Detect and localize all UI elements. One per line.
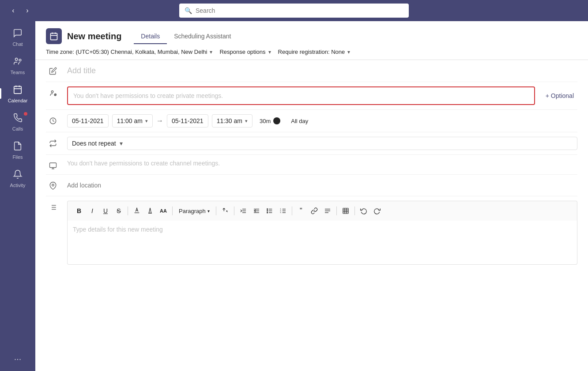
calls-badge <box>24 112 27 116</box>
bold-button[interactable]: B <box>73 205 85 217</box>
registration-selector[interactable]: Require registration: None ▾ <box>278 49 351 55</box>
duration-value: 30m <box>260 118 271 124</box>
location-input[interactable] <box>67 179 577 191</box>
channel-row: You don't have permissions to create cha… <box>46 155 577 175</box>
optional-button[interactable]: + Optional <box>542 90 577 101</box>
timezone-selector[interactable]: Time zone: (UTC+05:30) Chennai, Kolkata,… <box>46 49 212 55</box>
timezone-chevron: ▾ <box>210 49 212 55</box>
all-day-button[interactable]: All day <box>287 116 312 126</box>
channel-icon <box>46 159 60 170</box>
toolbar-sep-3 <box>216 206 216 215</box>
link-button[interactable] <box>308 205 320 217</box>
svg-rect-2 <box>14 86 22 94</box>
redo-button[interactable] <box>371 205 383 217</box>
end-time-chevron: ▾ <box>245 118 248 124</box>
end-time-value: 11:30 am <box>217 117 242 124</box>
search-input[interactable] <box>196 7 403 14</box>
tab-details[interactable]: Details <box>134 29 167 44</box>
start-date-value: 05-11-2021 <box>72 117 104 124</box>
channel-placeholder: You don't have permissions to create cha… <box>67 155 220 171</box>
datetime-content: 05-11-2021 11:00 am ▾ → 05-11-2021 11:30… <box>67 114 577 127</box>
svg-point-36 <box>267 210 268 211</box>
tab-scheduling[interactable]: Scheduling Assistant <box>167 29 238 44</box>
more-button[interactable]: ... <box>9 347 27 367</box>
sidebar-item-calls[interactable]: Calls <box>0 109 35 135</box>
sidebar-item-chat[interactable]: Chat <box>0 24 35 50</box>
repeat-content: Does not repeat ▾ <box>67 137 577 150</box>
details-row: B I U S AA <box>46 196 577 269</box>
sidebar-item-activity-label: Activity <box>10 183 26 188</box>
toolbar-sep-6 <box>336 206 337 215</box>
sidebar-item-activity[interactable]: Activity <box>0 165 35 191</box>
location-icon <box>46 179 60 190</box>
repeat-chevron: ▾ <box>120 140 123 147</box>
font-color-button[interactable] <box>131 205 143 217</box>
attendees-input[interactable]: You don't have permissions to create pri… <box>67 86 535 105</box>
sidebar-item-calendar[interactable]: Calendar <box>0 80 35 107</box>
svg-rect-6 <box>51 33 57 40</box>
teams-icon <box>13 56 23 68</box>
channel-content: You don't have permissions to create cha… <box>67 159 577 167</box>
paragraph-select[interactable]: Paragraph ▾ <box>175 207 213 215</box>
details-editor: B I U S AA <box>67 201 577 265</box>
title-input-wrapper <box>67 64 577 77</box>
table-button[interactable] <box>339 205 352 217</box>
datetime-row: 05-11-2021 11:00 am ▾ → 05-11-2021 11:30… <box>46 110 577 132</box>
numbering-button[interactable]: 1.2.3. <box>277 205 289 217</box>
activity-icon <box>13 169 23 181</box>
svg-point-35 <box>267 209 268 210</box>
dot-icon <box>273 117 280 124</box>
chat-icon <box>13 28 23 40</box>
forward-button[interactable]: › <box>21 4 34 17</box>
sidebar-item-calls-label: Calls <box>12 126 23 131</box>
end-date-picker[interactable]: 05-11-2021 <box>167 114 208 127</box>
search-icon: 🔍 <box>185 7 192 14</box>
end-date-value: 05-11-2021 <box>172 117 204 124</box>
undo-button[interactable] <box>358 205 370 217</box>
toolbar-row: Time zone: (UTC+05:30) Chennai, Kolkata,… <box>35 44 588 60</box>
start-time-picker[interactable]: 11:00 am ▾ <box>112 114 153 127</box>
registration-chevron: ▾ <box>347 49 350 55</box>
search-bar[interactable]: 🔍 <box>179 4 409 18</box>
attendees-row: You don't have permissions to create pri… <box>46 82 577 110</box>
repeat-icon <box>46 137 60 147</box>
underline-button[interactable]: U <box>99 205 112 217</box>
back-button[interactable]: ‹ <box>7 4 19 17</box>
indent-button[interactable] <box>250 205 263 217</box>
editor-toolbar: B I U S AA <box>67 201 577 221</box>
meeting-header: New meeting Details Scheduling Assistant <box>35 21 588 44</box>
sidebar-item-teams[interactable]: Teams <box>0 52 35 79</box>
tabs: Details Scheduling Assistant <box>134 29 238 44</box>
details-editor-area[interactable]: Type details for this new meeting <box>67 221 577 265</box>
toolbar-sep-2 <box>172 206 173 215</box>
align-button[interactable] <box>321 205 334 217</box>
meeting-icon <box>46 28 62 44</box>
bullets-button[interactable] <box>264 205 276 217</box>
sidebar-item-files[interactable]: Files <box>0 137 35 163</box>
italic-button[interactable]: I <box>86 205 98 217</box>
repeat-selector[interactable]: Does not repeat ▾ <box>67 137 577 150</box>
meeting-title: New meeting <box>67 31 121 41</box>
spell-check-button[interactable] <box>219 205 231 217</box>
strikethrough-button[interactable]: S <box>113 205 125 217</box>
edit-icon <box>46 64 60 75</box>
location-content <box>67 179 577 191</box>
clock-icon <box>46 114 60 125</box>
toolbar-sep-7 <box>354 206 355 215</box>
end-time-picker[interactable]: 11:30 am ▾ <box>212 114 253 127</box>
details-icon <box>46 201 60 211</box>
svg-point-0 <box>15 58 18 61</box>
response-options-label: Response options <box>219 49 265 55</box>
response-options-selector[interactable]: Response options ▾ <box>219 49 271 55</box>
font-size-button[interactable]: AA <box>157 205 170 217</box>
outdent-button[interactable] <box>237 205 249 217</box>
highlight-button[interactable] <box>144 205 156 217</box>
arrow-icon: → <box>156 117 163 125</box>
sidebar-item-chat-label: Chat <box>12 41 23 47</box>
title-row <box>46 60 577 82</box>
title-input[interactable] <box>67 64 577 77</box>
start-date-picker[interactable]: 05-11-2021 <box>67 114 109 127</box>
calls-icon <box>13 113 23 124</box>
quote-button[interactable]: " <box>295 205 307 217</box>
content-area: New meeting Details Scheduling Assistant… <box>35 21 588 371</box>
